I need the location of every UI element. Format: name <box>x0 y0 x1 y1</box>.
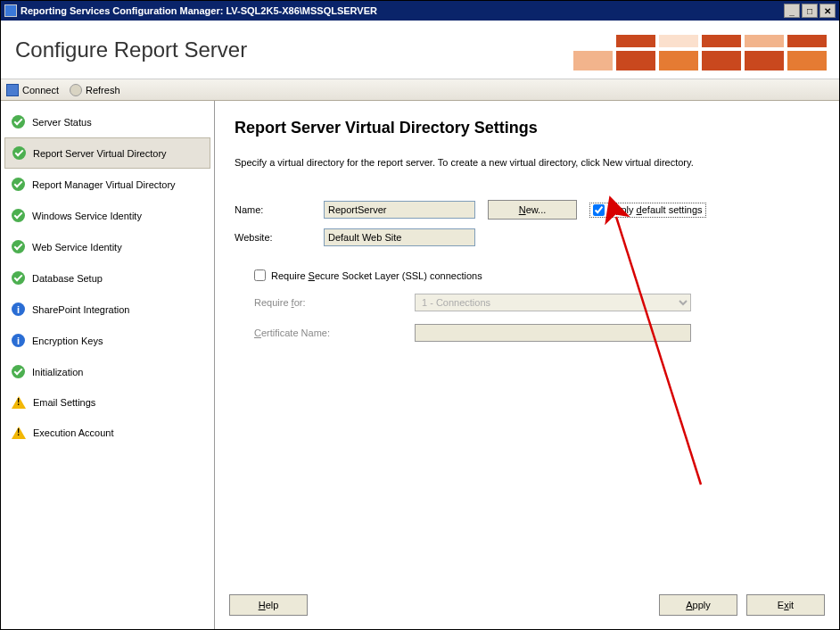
sidebar: Server StatusReport Server Virtual Direc… <box>1 101 215 629</box>
main-inner: Report Server Virtual Directory Settings… <box>215 101 839 588</box>
app-icon <box>4 4 17 17</box>
sidebar-item-server-status[interactable]: Server Status <box>1 106 214 137</box>
window-title: Reporting Services Configuration Manager… <box>21 5 784 16</box>
connect-button[interactable]: Connect <box>6 84 59 96</box>
website-input <box>324 228 475 246</box>
new-button[interactable]: New... <box>488 200 577 220</box>
warning-icon <box>12 396 26 409</box>
help-button[interactable]: Help <box>229 594 308 616</box>
sidebar-item-label: Database Setup <box>32 273 103 284</box>
content-area: Server StatusReport Server Virtual Direc… <box>1 101 839 629</box>
sidebar-item-windows-service-identity[interactable]: Windows Service Identity <box>1 200 214 231</box>
connect-icon <box>6 84 19 96</box>
sidebar-item-email-settings[interactable]: Email Settings <box>1 387 214 418</box>
info-icon: i <box>12 334 25 347</box>
maximize-button[interactable]: □ <box>802 4 818 18</box>
website-row: Website: <box>235 228 819 246</box>
sidebar-item-label: Report Manager Virtual Directory <box>32 179 176 190</box>
ssl-require-label: Require Secure Socket Layer (SSL) connec… <box>271 270 482 281</box>
check-icon <box>12 365 25 378</box>
minimize-button[interactable]: _ <box>784 4 800 18</box>
sidebar-item-execution-account[interactable]: Execution Account <box>1 418 214 448</box>
sidebar-item-label: SharePoint Integration <box>32 304 129 315</box>
check-icon <box>12 271 25 285</box>
sidebar-item-label: Encryption Keys <box>32 336 103 346</box>
refresh-button[interactable]: Refresh <box>70 84 120 96</box>
close-button[interactable]: ✕ <box>819 4 836 18</box>
warning-icon <box>12 427 26 439</box>
require-for-label: Require for: <box>254 297 415 308</box>
panel-description: Specify a virtual directory for the repo… <box>235 157 819 168</box>
require-for-row: Require for: 1 - Connections <box>254 294 819 311</box>
sidebar-item-database-setup[interactable]: Database Setup <box>1 262 214 294</box>
sidebar-item-label: Execution Account <box>33 427 114 438</box>
website-label: Website: <box>235 232 324 243</box>
name-label: Name: <box>235 204 324 215</box>
cert-name-label: Certificate Name: <box>254 327 415 338</box>
check-icon <box>12 146 26 160</box>
sidebar-item-report-manager-virtual-directory[interactable]: Report Manager Virtual Directory <box>1 169 214 200</box>
check-icon <box>12 115 25 128</box>
cert-name-row: Certificate Name: <box>254 324 819 342</box>
page-header: Configure Report Server <box>1 21 839 79</box>
sidebar-item-web-service-identity[interactable]: Web Service Identity <box>1 231 214 262</box>
sidebar-item-label: Windows Service Identity <box>32 211 142 221</box>
toolbar: Connect Refresh <box>1 79 839 101</box>
footer-buttons: Help Apply Exit <box>215 588 839 629</box>
ssl-group: Require Secure Socket Layer (SSL) connec… <box>254 269 819 342</box>
refresh-label: Refresh <box>86 85 120 95</box>
sidebar-item-label: Server Status <box>32 117 92 128</box>
refresh-icon <box>70 84 82 96</box>
sidebar-item-encryption-keys[interactable]: iEncryption Keys <box>1 325 214 356</box>
cert-name-input <box>415 324 691 342</box>
connect-label: Connect <box>22 85 59 95</box>
sidebar-item-label: Web Service Identity <box>32 242 122 253</box>
info-icon: i <box>12 303 25 316</box>
name-row: Name: New... Apply default settings <box>235 200 819 220</box>
check-icon <box>12 209 25 222</box>
window-titlebar: Reporting Services Configuration Manager… <box>1 1 839 21</box>
svg-line-0 <box>616 217 701 485</box>
annotation-arrow <box>215 101 839 588</box>
main-panel: Report Server Virtual Directory Settings… <box>215 101 839 629</box>
exit-button[interactable]: Exit <box>746 594 825 616</box>
ssl-require-row[interactable]: Require Secure Socket Layer (SSL) connec… <box>254 269 819 281</box>
name-input[interactable] <box>324 201 475 219</box>
sidebar-item-sharepoint-integration[interactable]: iSharePoint Integration <box>1 294 214 325</box>
sidebar-item-initialization[interactable]: Initialization <box>1 356 214 387</box>
apply-default-label: Apply default settings <box>609 204 703 215</box>
sidebar-item-label: Email Settings <box>33 397 95 408</box>
header-decoration <box>573 35 827 74</box>
check-icon <box>12 240 25 253</box>
window-controls: _ □ ✕ <box>784 4 836 18</box>
page-title: Configure Report Server <box>15 37 247 62</box>
sidebar-item-label: Initialization <box>32 367 83 377</box>
apply-button[interactable]: Apply <box>659 594 737 616</box>
sidebar-item-label: Report Server Virtual Directory <box>33 148 167 159</box>
panel-heading: Report Server Virtual Directory Settings <box>235 119 819 137</box>
check-icon <box>12 178 25 191</box>
sidebar-item-report-server-virtual-directory[interactable]: Report Server Virtual Directory <box>4 137 210 169</box>
require-for-select: 1 - Connections <box>415 294 691 311</box>
apply-default-wrap[interactable]: Apply default settings <box>589 203 706 218</box>
ssl-require-checkbox[interactable] <box>254 269 266 281</box>
apply-default-checkbox[interactable] <box>593 204 605 216</box>
